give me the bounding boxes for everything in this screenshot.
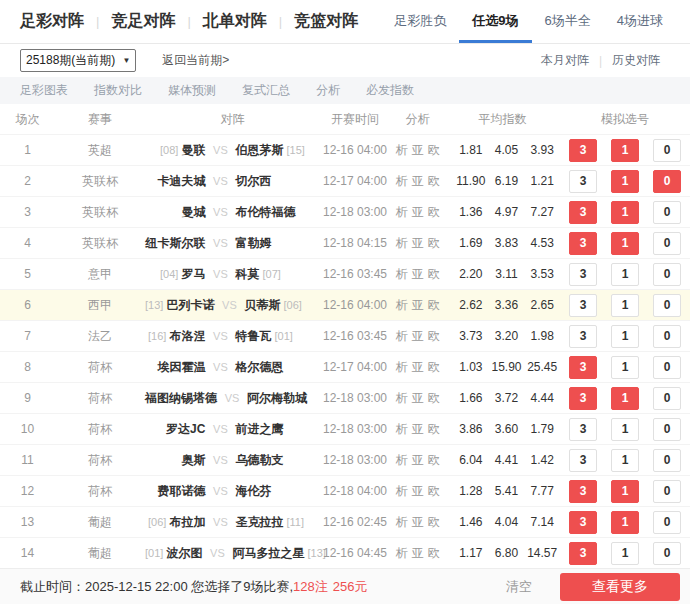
analysis-link[interactable]: 析 [396, 545, 408, 562]
pick-button[interactable]: 3 [569, 294, 597, 317]
analysis-link[interactable]: 析 [396, 328, 408, 345]
sub-tab[interactable]: 足彩图表 [20, 82, 68, 99]
nav-item[interactable]: 北单对阵 [203, 11, 267, 32]
pick-button[interactable]: 0 [653, 325, 681, 348]
analysis-link[interactable]: 亚 [412, 359, 424, 376]
pick-button[interactable]: 0 [653, 139, 681, 162]
analysis-link[interactable]: 欧 [428, 235, 440, 252]
sub-tab[interactable]: 媒体预测 [168, 82, 216, 99]
pick-button[interactable]: 1 [611, 387, 639, 410]
analysis-link[interactable]: 亚 [412, 328, 424, 345]
nav-item[interactable]: 竞篮对阵 [294, 11, 358, 32]
pick-button[interactable]: 0 [653, 170, 681, 193]
analysis-link[interactable]: 析 [396, 142, 408, 159]
pick-button[interactable]: 3 [569, 511, 597, 534]
analysis-link[interactable]: 欧 [428, 359, 440, 376]
pick-button[interactable]: 1 [611, 449, 639, 472]
period-link[interactable]: 本月对阵 [531, 52, 599, 69]
analysis-link[interactable]: 析 [396, 173, 408, 190]
analysis-link[interactable]: 析 [396, 421, 408, 438]
analysis-link[interactable]: 析 [396, 390, 408, 407]
mode-tab[interactable]: 任选9场 [459, 0, 531, 43]
analysis-link[interactable]: 亚 [412, 173, 424, 190]
mode-tab[interactable]: 足彩胜负 [381, 0, 459, 43]
pick-button[interactable]: 1 [611, 480, 639, 503]
pick-button[interactable]: 1 [611, 418, 639, 441]
mode-tab[interactable]: 6场半全 [532, 0, 604, 43]
analysis-link[interactable]: 欧 [428, 266, 440, 283]
pick-button[interactable]: 3 [569, 232, 597, 255]
analysis-link[interactable]: 欧 [428, 390, 440, 407]
pick-button[interactable]: 3 [569, 480, 597, 503]
pick-button[interactable]: 0 [653, 418, 681, 441]
pick-button[interactable]: 3 [569, 542, 597, 565]
back-to-current-link[interactable]: 返回当前期> [162, 52, 229, 69]
analysis-link[interactable]: 亚 [412, 452, 424, 469]
analysis-link[interactable]: 析 [396, 483, 408, 500]
analysis-link[interactable]: 亚 [412, 545, 424, 562]
period-link[interactable]: 历史对阵 [602, 52, 670, 69]
analysis-link[interactable]: 析 [396, 266, 408, 283]
analysis-link[interactable]: 析 [396, 359, 408, 376]
pick-button[interactable]: 1 [611, 511, 639, 534]
pick-button[interactable]: 0 [653, 542, 681, 565]
sub-tab[interactable]: 分析 [316, 82, 340, 99]
pick-button[interactable]: 3 [569, 139, 597, 162]
pick-button[interactable]: 1 [611, 542, 639, 565]
pick-button[interactable]: 1 [611, 139, 639, 162]
sub-tab[interactable]: 指数对比 [94, 82, 142, 99]
analysis-link[interactable]: 欧 [428, 514, 440, 531]
pick-button[interactable]: 0 [653, 480, 681, 503]
analysis-link[interactable]: 欧 [428, 483, 440, 500]
analysis-link[interactable]: 亚 [412, 142, 424, 159]
analysis-link[interactable]: 亚 [412, 235, 424, 252]
clear-button[interactable]: 清空 [506, 578, 532, 596]
analysis-link[interactable]: 欧 [428, 142, 440, 159]
sub-tab[interactable]: 必发指数 [366, 82, 414, 99]
pick-button[interactable]: 0 [653, 356, 681, 379]
mode-tab[interactable]: 4场进球 [604, 0, 676, 43]
pick-button[interactable]: 1 [611, 201, 639, 224]
pick-button[interactable]: 0 [653, 387, 681, 410]
analysis-link[interactable]: 欧 [428, 452, 440, 469]
analysis-link[interactable]: 亚 [412, 204, 424, 221]
analysis-link[interactable]: 欧 [428, 173, 440, 190]
pick-button[interactable]: 1 [611, 356, 639, 379]
analysis-link[interactable]: 析 [396, 204, 408, 221]
pick-button[interactable]: 3 [569, 263, 597, 286]
period-select[interactable]: 25188期(当前期) ▼ [20, 49, 136, 72]
analysis-link[interactable]: 析 [396, 235, 408, 252]
analysis-link[interactable]: 析 [396, 297, 408, 314]
analysis-link[interactable]: 欧 [428, 328, 440, 345]
pick-button[interactable]: 1 [611, 170, 639, 193]
pick-button[interactable]: 1 [611, 263, 639, 286]
analysis-link[interactable]: 亚 [412, 421, 424, 438]
pick-button[interactable]: 0 [653, 294, 681, 317]
analysis-link[interactable]: 亚 [412, 390, 424, 407]
pick-button[interactable]: 3 [569, 449, 597, 472]
pick-button[interactable]: 0 [653, 232, 681, 255]
pick-button[interactable]: 3 [569, 170, 597, 193]
analysis-link[interactable]: 欧 [428, 297, 440, 314]
analysis-link[interactable]: 亚 [412, 266, 424, 283]
nav-item[interactable]: 足彩对阵 [20, 11, 84, 32]
pick-button[interactable]: 3 [569, 418, 597, 441]
pick-button[interactable]: 3 [569, 356, 597, 379]
pick-button[interactable]: 1 [611, 325, 639, 348]
analysis-link[interactable]: 欧 [428, 545, 440, 562]
analysis-link[interactable]: 亚 [412, 483, 424, 500]
view-more-button[interactable]: 查看更多 [560, 573, 680, 601]
analysis-link[interactable]: 欧 [428, 204, 440, 221]
pick-button[interactable]: 0 [653, 449, 681, 472]
pick-button[interactable]: 1 [611, 232, 639, 255]
pick-button[interactable]: 1 [611, 294, 639, 317]
analysis-link[interactable]: 析 [396, 514, 408, 531]
pick-button[interactable]: 3 [569, 201, 597, 224]
analysis-link[interactable]: 析 [396, 452, 408, 469]
sub-tab[interactable]: 复式汇总 [242, 82, 290, 99]
pick-button[interactable]: 3 [569, 325, 597, 348]
analysis-link[interactable]: 亚 [412, 514, 424, 531]
nav-item[interactable]: 竞足对阵 [111, 11, 175, 32]
pick-button[interactable]: 0 [653, 511, 681, 534]
pick-button[interactable]: 3 [569, 387, 597, 410]
